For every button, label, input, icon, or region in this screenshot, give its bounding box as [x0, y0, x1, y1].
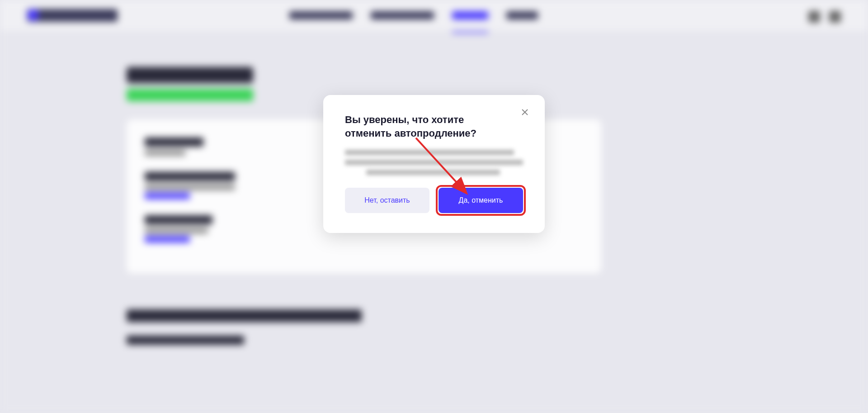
modal-body-blurred [345, 150, 523, 175]
confirm-cancel-modal: Вы уверены, что хотите отменить автопрод… [323, 95, 545, 233]
modal-actions: Нет, оставить Да, отменить [345, 188, 523, 213]
close-icon [521, 109, 528, 116]
confirm-cancel-button[interactable]: Да, отменить [439, 188, 523, 213]
close-button[interactable] [519, 107, 530, 118]
modal-title: Вы уверены, что хотите отменить автопрод… [345, 113, 499, 140]
confirm-cancel-label: Да, отменить [459, 196, 503, 204]
keep-button[interactable]: Нет, оставить [345, 188, 429, 213]
modal-overlay: Вы уверены, что хотите отменить автопрод… [0, 0, 868, 413]
